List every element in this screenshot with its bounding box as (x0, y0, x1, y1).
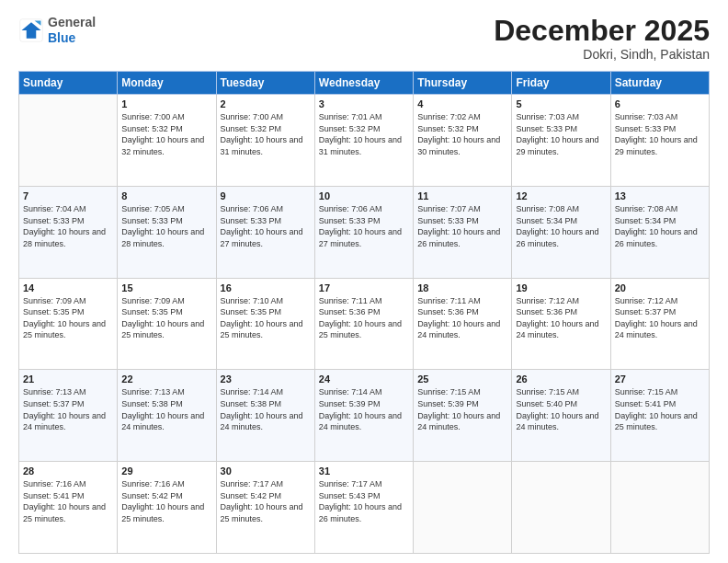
day-number: 19 (516, 282, 606, 293)
day-number: 27 (615, 373, 705, 385)
calendar-cell: 13Sunrise: 7:08 AM Sunset: 5:34 PM Dayli… (610, 186, 709, 278)
calendar-table: SundayMondayTuesdayWednesdayThursdayFrid… (18, 71, 710, 554)
day-number: 20 (615, 282, 705, 293)
week-row-4: 28Sunrise: 7:16 AM Sunset: 5:41 PM Dayli… (19, 462, 710, 554)
calendar-cell: 29Sunrise: 7:16 AM Sunset: 5:42 PM Dayli… (118, 462, 216, 554)
calendar-cell: 4Sunrise: 7:02 AM Sunset: 5:32 PM Daylig… (414, 95, 512, 187)
logo-text: General Blue (48, 15, 96, 46)
calendar-cell: 21Sunrise: 7:13 AM Sunset: 5:37 PM Dayli… (19, 370, 118, 462)
day-number: 15 (121, 282, 211, 293)
day-detail: Sunrise: 7:06 AM Sunset: 5:33 PM Dayligh… (319, 203, 409, 249)
day-number: 2 (221, 98, 311, 109)
day-number: 17 (319, 282, 409, 293)
day-detail: Sunrise: 7:15 AM Sunset: 5:39 PM Dayligh… (417, 386, 507, 432)
weekday-header-thursday: Thursday (414, 72, 512, 95)
calendar-cell (19, 95, 118, 187)
calendar-cell (414, 462, 512, 554)
calendar-cell: 12Sunrise: 7:08 AM Sunset: 5:34 PM Dayli… (512, 186, 610, 278)
day-detail: Sunrise: 7:04 AM Sunset: 5:33 PM Dayligh… (23, 203, 113, 249)
day-number: 22 (121, 373, 211, 385)
weekday-header-row: SundayMondayTuesdayWednesdayThursdayFrid… (19, 72, 710, 95)
calendar-page: General Blue December 2025 Dokri, Sindh,… (0, 0, 728, 563)
calendar-cell: 31Sunrise: 7:17 AM Sunset: 5:43 PM Dayli… (314, 462, 413, 554)
calendar-cell: 19Sunrise: 7:12 AM Sunset: 5:36 PM Dayli… (512, 278, 610, 370)
calendar-cell: 17Sunrise: 7:11 AM Sunset: 5:36 PM Dayli… (314, 278, 413, 370)
day-number: 28 (23, 465, 113, 477)
calendar-cell: 14Sunrise: 7:09 AM Sunset: 5:35 PM Dayli… (19, 278, 118, 370)
day-detail: Sunrise: 7:12 AM Sunset: 5:36 PM Dayligh… (516, 295, 606, 341)
day-detail: Sunrise: 7:01 AM Sunset: 5:32 PM Dayligh… (319, 111, 409, 157)
day-number: 21 (23, 373, 113, 385)
day-number: 4 (417, 98, 507, 109)
day-number: 6 (615, 98, 705, 109)
day-detail: Sunrise: 7:11 AM Sunset: 5:36 PM Dayligh… (319, 295, 409, 341)
day-detail: Sunrise: 7:00 AM Sunset: 5:32 PM Dayligh… (221, 111, 311, 157)
calendar-cell: 7Sunrise: 7:04 AM Sunset: 5:33 PM Daylig… (19, 186, 118, 278)
calendar-cell: 25Sunrise: 7:15 AM Sunset: 5:39 PM Dayli… (414, 370, 512, 462)
calendar-cell: 8Sunrise: 7:05 AM Sunset: 5:33 PM Daylig… (118, 186, 216, 278)
day-detail: Sunrise: 7:16 AM Sunset: 5:41 PM Dayligh… (23, 478, 113, 524)
day-number: 25 (417, 373, 507, 385)
weekday-header-sunday: Sunday (19, 72, 118, 95)
calendar-body: 1Sunrise: 7:00 AM Sunset: 5:32 PM Daylig… (19, 95, 710, 554)
day-number: 10 (319, 190, 409, 201)
weekday-header-monday: Monday (118, 72, 216, 95)
day-detail: Sunrise: 7:03 AM Sunset: 5:33 PM Dayligh… (615, 111, 705, 157)
day-number: 9 (221, 190, 311, 201)
day-number: 29 (121, 465, 211, 477)
weekday-header-wednesday: Wednesday (314, 72, 413, 95)
week-row-0: 1Sunrise: 7:00 AM Sunset: 5:32 PM Daylig… (19, 95, 710, 187)
week-row-1: 7Sunrise: 7:04 AM Sunset: 5:33 PM Daylig… (19, 186, 710, 278)
day-detail: Sunrise: 7:14 AM Sunset: 5:39 PM Dayligh… (319, 386, 409, 432)
day-detail: Sunrise: 7:09 AM Sunset: 5:35 PM Dayligh… (23, 295, 113, 341)
month-title: December 2025 (494, 15, 710, 47)
week-row-3: 21Sunrise: 7:13 AM Sunset: 5:37 PM Dayli… (19, 370, 710, 462)
calendar-cell: 22Sunrise: 7:13 AM Sunset: 5:38 PM Dayli… (118, 370, 216, 462)
calendar-cell: 9Sunrise: 7:06 AM Sunset: 5:33 PM Daylig… (216, 186, 314, 278)
calendar-cell: 3Sunrise: 7:01 AM Sunset: 5:32 PM Daylig… (314, 95, 413, 187)
day-detail: Sunrise: 7:14 AM Sunset: 5:38 PM Dayligh… (221, 386, 311, 432)
day-detail: Sunrise: 7:13 AM Sunset: 5:38 PM Dayligh… (121, 386, 211, 432)
day-number: 30 (221, 465, 311, 477)
day-number: 13 (615, 190, 705, 201)
calendar-cell: 15Sunrise: 7:09 AM Sunset: 5:35 PM Dayli… (118, 278, 216, 370)
day-number: 8 (121, 190, 211, 201)
calendar-cell: 23Sunrise: 7:14 AM Sunset: 5:38 PM Dayli… (216, 370, 314, 462)
day-number: 7 (23, 190, 113, 201)
day-detail: Sunrise: 7:06 AM Sunset: 5:33 PM Dayligh… (221, 203, 311, 249)
calendar-cell: 27Sunrise: 7:15 AM Sunset: 5:41 PM Dayli… (610, 370, 709, 462)
day-number: 11 (417, 190, 507, 201)
calendar-cell (512, 462, 610, 554)
weekday-header-tuesday: Tuesday (216, 72, 314, 95)
calendar-cell: 5Sunrise: 7:03 AM Sunset: 5:33 PM Daylig… (512, 95, 610, 187)
day-number: 23 (221, 373, 311, 385)
title-block: December 2025 Dokri, Sindh, Pakistan (494, 15, 710, 62)
day-detail: Sunrise: 7:16 AM Sunset: 5:42 PM Dayligh… (121, 478, 211, 524)
calendar-cell (610, 462, 709, 554)
day-number: 26 (516, 373, 606, 385)
day-detail: Sunrise: 7:05 AM Sunset: 5:33 PM Dayligh… (121, 203, 211, 249)
day-detail: Sunrise: 7:02 AM Sunset: 5:32 PM Dayligh… (417, 111, 507, 157)
day-detail: Sunrise: 7:07 AM Sunset: 5:33 PM Dayligh… (417, 203, 507, 249)
calendar-cell: 10Sunrise: 7:06 AM Sunset: 5:33 PM Dayli… (314, 186, 413, 278)
weekday-header-saturday: Saturday (610, 72, 709, 95)
day-detail: Sunrise: 7:03 AM Sunset: 5:33 PM Dayligh… (516, 111, 606, 157)
weekday-header-friday: Friday (512, 72, 610, 95)
calendar-cell: 26Sunrise: 7:15 AM Sunset: 5:40 PM Dayli… (512, 370, 610, 462)
day-detail: Sunrise: 7:09 AM Sunset: 5:35 PM Dayligh… (121, 295, 211, 341)
calendar-cell: 6Sunrise: 7:03 AM Sunset: 5:33 PM Daylig… (610, 95, 709, 187)
calendar-cell: 30Sunrise: 7:17 AM Sunset: 5:42 PM Dayli… (216, 462, 314, 554)
day-detail: Sunrise: 7:08 AM Sunset: 5:34 PM Dayligh… (615, 203, 705, 249)
day-detail: Sunrise: 7:15 AM Sunset: 5:41 PM Dayligh… (615, 386, 705, 432)
header: General Blue December 2025 Dokri, Sindh,… (18, 15, 710, 62)
calendar-cell: 16Sunrise: 7:10 AM Sunset: 5:35 PM Dayli… (216, 278, 314, 370)
logo-general: General (48, 15, 96, 29)
day-number: 3 (319, 98, 409, 109)
calendar-cell: 28Sunrise: 7:16 AM Sunset: 5:41 PM Dayli… (19, 462, 118, 554)
calendar-cell: 2Sunrise: 7:00 AM Sunset: 5:32 PM Daylig… (216, 95, 314, 187)
day-number: 5 (516, 98, 606, 109)
day-number: 18 (417, 282, 507, 293)
calendar-cell: 11Sunrise: 7:07 AM Sunset: 5:33 PM Dayli… (414, 186, 512, 278)
day-detail: Sunrise: 7:15 AM Sunset: 5:40 PM Dayligh… (516, 386, 606, 432)
logo-blue: Blue (48, 30, 75, 45)
